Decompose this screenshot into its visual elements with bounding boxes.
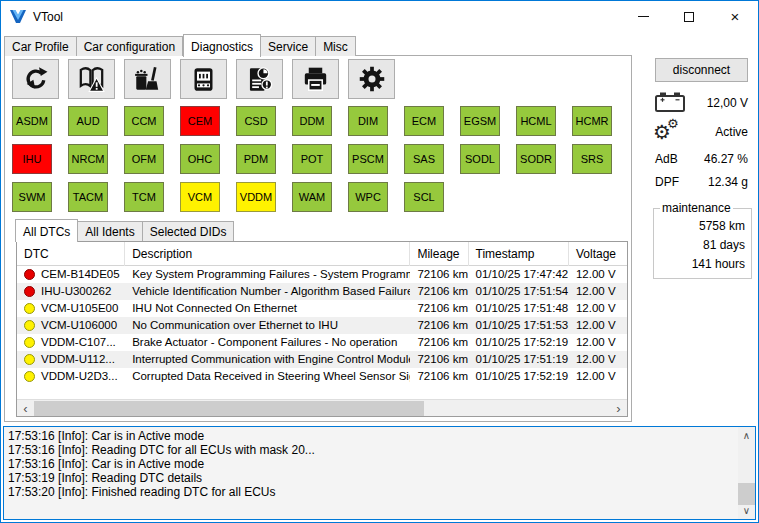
- ecu-button[interactable]: SAS: [404, 144, 444, 174]
- battery-voltage-value: 12,00 V: [707, 96, 748, 110]
- ecu-button[interactable]: VCM: [180, 182, 220, 212]
- dtc-timestamp-cell: 01/10/25 17:51:19: [469, 351, 569, 368]
- ecu-button[interactable]: POT: [292, 144, 332, 174]
- hscroll-thumb[interactable]: [34, 401, 424, 416]
- right-panel: disconnect 12,00 V ⚙⚙ Active AdB: [633, 55, 759, 422]
- table-row[interactable]: VDDM-C107... Brake Actuator - Component …: [17, 334, 627, 351]
- ecu-button[interactable]: HCML: [516, 106, 556, 136]
- main-tab[interactable]: Car Profile: [4, 36, 77, 56]
- ecu-button[interactable]: IHU: [12, 144, 52, 174]
- dtc-tab[interactable]: All DTCs: [15, 219, 78, 242]
- print-button[interactable]: [292, 59, 339, 99]
- severity-dot-icon: [24, 354, 35, 365]
- ecu-button[interactable]: CEM: [180, 106, 220, 136]
- dtc-code: IHU-U300262: [41, 283, 111, 300]
- close-button[interactable]: ×: [712, 1, 758, 32]
- ecu-button[interactable]: SODL: [460, 144, 500, 174]
- maximize-button[interactable]: [666, 1, 712, 32]
- battery-row: 12,00 V: [655, 91, 748, 115]
- ecu-button[interactable]: SRS: [572, 144, 612, 174]
- minimize-button[interactable]: [620, 1, 666, 32]
- table-row[interactable]: CEM-B14DE05 Key System Programming Failu…: [17, 266, 627, 283]
- ecu-button[interactable]: SCL: [404, 182, 444, 212]
- main-tab[interactable]: Service: [261, 36, 316, 56]
- read-dtc-button[interactable]: [68, 59, 115, 99]
- settings-button[interactable]: [348, 59, 395, 99]
- ecu-button[interactable]: PSCM: [348, 144, 388, 174]
- dtc-description-cell: Key System Programming Failures - System…: [125, 266, 410, 283]
- disconnect-button[interactable]: disconnect: [655, 58, 748, 82]
- column-header-voltage[interactable]: Voltage: [569, 242, 627, 266]
- ecu-button[interactable]: ASDM: [12, 106, 52, 136]
- ecu-button[interactable]: AUD: [68, 106, 108, 136]
- main-tab[interactable]: Car configuration: [77, 36, 183, 56]
- ecu-button[interactable]: SODR: [516, 144, 556, 174]
- ecu-button[interactable]: OHC: [180, 144, 220, 174]
- dtc-mileage-cell: 72106 km: [410, 368, 468, 385]
- log-line: 17:53:16 [Info]: Car is in Active mode: [8, 457, 734, 471]
- dtc-mileage-cell: 72106 km: [410, 351, 468, 368]
- table-row[interactable]: VCM-U106000 No Communication over Ethern…: [17, 317, 627, 334]
- ecu-button[interactable]: PDM: [236, 144, 276, 174]
- table-row[interactable]: VDDM-U2D3... Corrupted Data Received in …: [17, 368, 627, 385]
- dtc-code: VCM-U106000: [41, 317, 117, 334]
- dtc-voltage-cell: 12.00 V: [569, 317, 627, 334]
- table-horizontal-scrollbar[interactable]: ‹ ›: [17, 399, 627, 416]
- scroll-right-icon[interactable]: ›: [610, 400, 627, 417]
- table-row[interactable]: IHU-U300262 Vehicle Identification Numbe…: [17, 283, 627, 300]
- scroll-down-icon[interactable]: ∨: [738, 502, 755, 519]
- ecu-button[interactable]: VDDM: [236, 182, 276, 212]
- ecu-button[interactable]: CSD: [236, 106, 276, 136]
- column-header-description[interactable]: Description: [125, 242, 410, 266]
- dtc-code: VDDM-C107...: [41, 334, 116, 351]
- mode-row: ⚙⚙ Active: [655, 119, 748, 145]
- ecu-button[interactable]: ECM: [404, 106, 444, 136]
- dpf-value: 12.34 g: [708, 175, 748, 189]
- main-tab[interactable]: Misc: [316, 36, 356, 56]
- refresh-button[interactable]: [12, 59, 59, 99]
- ecu-button[interactable]: DIM: [348, 106, 388, 136]
- ecu-button[interactable]: DDM: [292, 106, 332, 136]
- maintenance-title: maintenance: [660, 201, 733, 215]
- dtc-description-cell: Interrupted Communication with Engine Co…: [125, 351, 410, 368]
- hscroll-track[interactable]: [34, 400, 610, 417]
- close-icon: ×: [731, 9, 740, 24]
- scroll-up-icon[interactable]: ∧: [738, 427, 755, 444]
- ecu-button[interactable]: WPC: [348, 182, 388, 212]
- ecu-button[interactable]: TCM: [124, 182, 164, 212]
- column-header-dtc[interactable]: DTC: [17, 242, 125, 266]
- dtc-code-cell: VCM-U105E00: [17, 300, 125, 317]
- ecu-button[interactable]: NRCM: [68, 144, 108, 174]
- ecu-button[interactable]: TACM: [68, 182, 108, 212]
- log-textbox[interactable]: 17:53:16 [Info]: Car is in Active mode 1…: [3, 426, 756, 520]
- dtc-tab[interactable]: All Idents: [78, 221, 142, 241]
- clear-dtc-button[interactable]: [124, 59, 171, 99]
- dtc-report-button[interactable]: [236, 59, 283, 99]
- table-row[interactable]: VDDM-U112... Interrupted Communication w…: [17, 351, 627, 368]
- vtool-window: VTool × Car Profile Car configuration Di…: [0, 0, 759, 523]
- dtc-timestamp-cell: 01/10/25 17:52:19: [469, 334, 569, 351]
- dtc-description-cell: Corrupted Data Received in Steering Whee…: [125, 368, 410, 385]
- scroll-left-icon[interactable]: ‹: [17, 400, 34, 417]
- dtc-tab[interactable]: Selected DIDs: [143, 221, 235, 241]
- column-header-timestamp[interactable]: Timestamp: [469, 242, 569, 266]
- adb-value: 46.27 %: [704, 152, 748, 166]
- maintenance-days: 81 days: [660, 236, 745, 255]
- main-tab[interactable]: Diagnostics: [183, 34, 261, 57]
- dtc-description-cell: Brake Actuator - Component Failures - No…: [125, 334, 410, 351]
- ecu-button[interactable]: WAM: [292, 182, 332, 212]
- dtc-voltage-cell: 12.00 V: [569, 351, 627, 368]
- ecu-button[interactable]: SWM: [12, 182, 52, 212]
- titlebar[interactable]: VTool ×: [1, 1, 758, 32]
- dtc-mileage-cell: 72106 km: [410, 266, 468, 283]
- ecu-button[interactable]: HCMR: [572, 106, 612, 136]
- log-line: 17:53:20 [Info]: Finished reading DTC fo…: [8, 485, 734, 499]
- table-row[interactable]: VCM-U105E00 IHU Not Connected On Etherne…: [17, 300, 627, 317]
- ecu-button[interactable]: CCM: [124, 106, 164, 136]
- log-vertical-scrollbar[interactable]: ∧ ∨: [738, 427, 755, 519]
- ecu-button[interactable]: OFM: [124, 144, 164, 174]
- severity-dot-icon: [24, 286, 35, 297]
- ecu-button[interactable]: EGSM: [460, 106, 500, 136]
- dem-display-button[interactable]: [180, 59, 227, 99]
- column-header-mileage[interactable]: Mileage: [410, 242, 468, 266]
